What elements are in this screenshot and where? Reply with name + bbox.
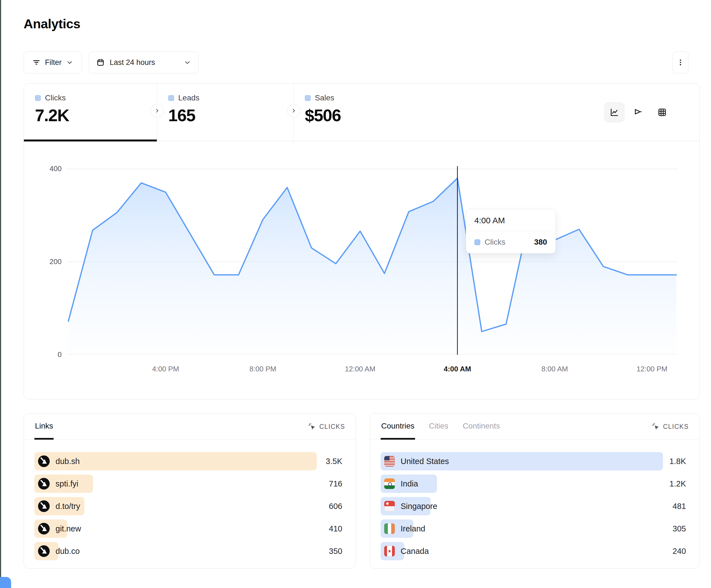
link-label: dub.co	[56, 547, 80, 556]
country-row[interactable]: India 1.2K	[381, 475, 686, 493]
tab-leads[interactable]: Leads 165	[157, 84, 294, 141]
window-edge	[0, 0, 1, 588]
country-clicks-value: 1.8K	[669, 452, 686, 470]
country-row[interactable]: Ireland 305	[381, 520, 686, 538]
dub-logo-icon	[38, 545, 50, 557]
canada-flag-icon	[384, 546, 395, 557]
page-title: Analytics	[24, 16, 80, 31]
country-label: India	[401, 479, 418, 489]
floating-widget[interactable]	[0, 577, 11, 588]
toolbar: Filter Last 24 hours	[24, 51, 689, 73]
stats-tabs: Clicks 7.2K Leads 165 Sales $506	[24, 84, 699, 141]
stat-label: Sales	[315, 93, 334, 103]
country-label: United States	[401, 457, 449, 466]
links-panel: Links CLICKS dub.sh 3.5K	[24, 413, 356, 569]
link-row[interactable]: dub.co 350	[35, 542, 342, 560]
sales-legend-icon	[305, 95, 311, 101]
country-label: Ireland	[401, 524, 425, 533]
tab-clicks[interactable]: Clicks 7.2K	[24, 84, 157, 141]
country-row[interactable]: United States 1.8K	[381, 452, 686, 470]
more-options-button[interactable]	[672, 51, 689, 73]
calendar-icon	[96, 58, 105, 67]
chart-tooltip: 4:00 AM Clicks 380	[466, 209, 556, 253]
y-axis-tick: 0	[28, 350, 62, 359]
dub-logo-icon	[38, 478, 50, 490]
clicks-time-series-chart[interactable]: 400 200 0 4:00 AM Clicks 380 4:00 PM8:00…	[24, 141, 699, 399]
table-view-button[interactable]	[652, 103, 672, 122]
funnel-icon	[633, 108, 643, 117]
us-flag-icon	[384, 456, 395, 467]
x-axis-tick: 8:00 AM	[527, 365, 582, 373]
filter-button[interactable]: Filter	[24, 51, 82, 73]
y-axis-tick: 400	[28, 164, 62, 173]
link-label: dub.sh	[56, 457, 80, 466]
clicks-value: 7.2K	[35, 106, 157, 125]
date-range-button[interactable]: Last 24 hours	[89, 51, 199, 73]
stat-label: Clicks	[45, 93, 66, 103]
chart-view-toggles	[604, 103, 672, 122]
link-row[interactable]: d.to/try 606	[35, 497, 342, 515]
x-axis-tick: 4:00 PM	[138, 365, 193, 373]
dub-logo-icon	[38, 455, 50, 467]
stat-label: Leads	[178, 93, 199, 103]
x-axis-tick: 12:00 AM	[332, 365, 388, 373]
link-clicks-value: 410	[329, 520, 342, 538]
dub-logo-icon	[38, 500, 50, 512]
link-clicks-value: 350	[329, 542, 342, 560]
ireland-flag-icon	[384, 523, 395, 534]
x-axis-tick: 8:00 PM	[235, 365, 291, 373]
metric-label: CLICKS	[319, 423, 345, 430]
metric-label: CLICKS	[663, 423, 689, 430]
singapore-flag-icon	[384, 501, 395, 512]
cursor-click-icon	[652, 423, 660, 430]
link-label: git.new	[56, 524, 81, 533]
link-clicks-value: 3.5K	[326, 452, 342, 470]
tooltip-time: 4:00 AM	[466, 209, 556, 231]
tab-links[interactable]: Links	[35, 413, 53, 439]
link-label: d.to/try	[56, 502, 80, 511]
cursor-click-icon	[308, 423, 316, 430]
india-flag-icon	[384, 478, 395, 489]
funnel-view-button[interactable]	[628, 103, 648, 122]
links-rows: dub.sh 3.5K spti.fyi 716 d.to/try 606	[24, 440, 356, 560]
tab-cities[interactable]: Cities	[428, 413, 449, 439]
filter-lines-icon	[32, 58, 41, 67]
country-row[interactable]: Singapore 481	[381, 497, 686, 515]
next-stat-button[interactable]	[150, 104, 164, 117]
tab-countries[interactable]: Countries	[381, 413, 415, 439]
analytics-card: Clicks 7.2K Leads 165 Sales $506	[24, 83, 699, 400]
link-clicks-value: 606	[329, 497, 342, 515]
link-row[interactable]: dub.sh 3.5K	[35, 452, 342, 470]
filter-button-label: Filter	[45, 58, 62, 67]
links-metric-header[interactable]: CLICKS	[308, 413, 345, 439]
line-chart-view-button[interactable]	[604, 103, 624, 122]
tab-continents[interactable]: Continents	[462, 413, 500, 439]
geo-panel: Countries Cities Continents CLICKS Unite…	[370, 413, 699, 569]
next-stat-button[interactable]	[287, 104, 300, 117]
geo-rows: United States 1.8K India 1.2K Singapore …	[370, 440, 699, 560]
dub-logo-icon	[38, 523, 50, 535]
chevron-down-icon	[184, 59, 191, 66]
y-axis-tick: 200	[28, 257, 62, 266]
country-label: Canada	[401, 547, 429, 556]
x-axis-tick: 12:00 PM	[624, 365, 680, 373]
date-range-label: Last 24 hours	[110, 58, 155, 67]
tooltip-value: 380	[534, 238, 547, 247]
link-row[interactable]: spti.fyi 716	[35, 475, 342, 493]
chevron-down-icon	[66, 59, 73, 66]
country-clicks-value: 481	[673, 497, 686, 515]
table-icon	[658, 108, 667, 117]
leads-legend-icon	[168, 95, 174, 101]
clicks-legend-icon	[35, 95, 41, 101]
link-label: spti.fyi	[56, 479, 78, 489]
link-row[interactable]: git.new 410	[35, 520, 342, 538]
x-axis-tick: 4:00 AM	[430, 365, 485, 373]
country-row[interactable]: Canada 240	[381, 542, 686, 560]
tooltip-series-label: Clicks	[485, 238, 505, 247]
country-clicks-value: 305	[673, 520, 686, 538]
kebab-menu-icon	[676, 59, 684, 66]
country-clicks-value: 1.2K	[669, 475, 686, 493]
country-label: Singapore	[401, 502, 437, 511]
line-chart-icon	[610, 108, 619, 117]
geo-metric-header[interactable]: CLICKS	[652, 413, 689, 439]
